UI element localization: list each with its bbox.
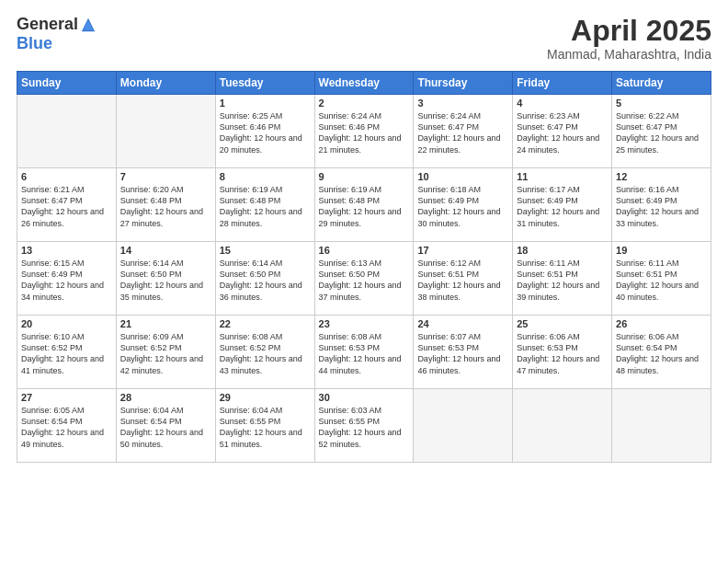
calendar-day-header: Tuesday [215,72,314,95]
day-number: 15 [220,245,311,256]
day-number: 25 [517,318,608,329]
day-info: Sunrise: 6:14 AM Sunset: 6:50 PM Dayligh… [120,258,211,303]
calendar-cell: 10Sunrise: 6:18 AM Sunset: 6:49 PM Dayli… [414,168,513,242]
day-info: Sunrise: 6:24 AM Sunset: 6:47 PM Dayligh… [417,110,508,155]
calendar-cell: 17Sunrise: 6:12 AM Sunset: 6:51 PM Dayli… [414,242,513,316]
day-number: 1 [220,98,311,109]
day-number: 20 [21,318,112,329]
day-info: Sunrise: 6:08 AM Sunset: 6:53 PM Dayligh… [319,331,410,376]
calendar-cell: 18Sunrise: 6:11 AM Sunset: 6:51 PM Dayli… [513,242,612,316]
calendar-cell: 28Sunrise: 6:04 AM Sunset: 6:54 PM Dayli… [116,389,215,463]
calendar-cell: 12Sunrise: 6:16 AM Sunset: 6:49 PM Dayli… [612,168,711,242]
calendar-cell [414,389,513,463]
calendar-week-row: 27Sunrise: 6:05 AM Sunset: 6:54 PM Dayli… [17,389,711,463]
day-number: 8 [220,171,311,182]
day-info: Sunrise: 6:07 AM Sunset: 6:53 PM Dayligh… [417,331,508,376]
day-number: 21 [120,318,211,329]
day-number: 26 [616,318,707,329]
day-info: Sunrise: 6:21 AM Sunset: 6:47 PM Dayligh… [21,184,112,229]
calendar-cell: 19Sunrise: 6:11 AM Sunset: 6:51 PM Dayli… [612,242,711,316]
month-year-title: April 2025 [547,15,711,47]
calendar-header-row: SundayMondayTuesdayWednesdayThursdayFrid… [17,72,711,95]
day-info: Sunrise: 6:17 AM Sunset: 6:49 PM Dayligh… [517,184,608,229]
day-number: 24 [417,318,508,329]
calendar-day-header: Monday [116,72,215,95]
calendar-cell: 20Sunrise: 6:10 AM Sunset: 6:52 PM Dayli… [17,316,117,389]
calendar-cell: 22Sunrise: 6:08 AM Sunset: 6:52 PM Dayli… [215,316,314,389]
day-info: Sunrise: 6:12 AM Sunset: 6:51 PM Dayligh… [417,258,508,303]
day-info: Sunrise: 6:14 AM Sunset: 6:50 PM Dayligh… [220,258,311,303]
day-number: 19 [616,245,707,256]
title-block: April 2025 Manmad, Maharashtra, India [547,15,711,62]
day-info: Sunrise: 6:22 AM Sunset: 6:47 PM Dayligh… [616,110,707,155]
day-number: 9 [319,171,410,182]
calendar-day-header: Thursday [414,72,513,95]
day-number: 11 [517,171,608,182]
day-number: 17 [417,245,508,256]
calendar-cell: 8Sunrise: 6:19 AM Sunset: 6:48 PM Daylig… [215,168,314,242]
logo-blue-text: Blue [17,34,52,53]
day-info: Sunrise: 6:13 AM Sunset: 6:50 PM Dayligh… [319,258,410,303]
calendar-cell: 14Sunrise: 6:14 AM Sunset: 6:50 PM Dayli… [116,242,215,316]
day-number: 27 [21,392,112,403]
day-info: Sunrise: 6:19 AM Sunset: 6:48 PM Dayligh… [319,184,410,229]
header: General Blue April 2025 Manmad, Maharash… [17,15,711,62]
day-number: 5 [616,98,707,109]
calendar-cell [17,95,117,168]
calendar-cell: 3Sunrise: 6:24 AM Sunset: 6:47 PM Daylig… [414,95,513,168]
calendar-cell: 11Sunrise: 6:17 AM Sunset: 6:49 PM Dayli… [513,168,612,242]
day-number: 14 [120,245,211,256]
calendar-cell: 9Sunrise: 6:19 AM Sunset: 6:48 PM Daylig… [314,168,414,242]
calendar-day-header: Saturday [612,72,711,95]
day-info: Sunrise: 6:06 AM Sunset: 6:53 PM Dayligh… [517,331,608,376]
calendar-week-row: 1Sunrise: 6:25 AM Sunset: 6:46 PM Daylig… [17,95,711,168]
calendar-cell: 25Sunrise: 6:06 AM Sunset: 6:53 PM Dayli… [513,316,612,389]
calendar-day-header: Friday [513,72,612,95]
day-number: 4 [517,98,608,109]
calendar-cell: 15Sunrise: 6:14 AM Sunset: 6:50 PM Dayli… [215,242,314,316]
day-info: Sunrise: 6:18 AM Sunset: 6:49 PM Dayligh… [417,184,508,229]
calendar-cell [116,95,215,168]
day-number: 22 [220,318,311,329]
calendar-week-row: 6Sunrise: 6:21 AM Sunset: 6:47 PM Daylig… [17,168,711,242]
day-info: Sunrise: 6:11 AM Sunset: 6:51 PM Dayligh… [616,258,707,303]
calendar-cell: 21Sunrise: 6:09 AM Sunset: 6:52 PM Dayli… [116,316,215,389]
day-info: Sunrise: 6:15 AM Sunset: 6:49 PM Dayligh… [21,258,112,303]
day-info: Sunrise: 6:04 AM Sunset: 6:54 PM Dayligh… [120,405,211,450]
day-info: Sunrise: 6:05 AM Sunset: 6:54 PM Dayligh… [21,405,112,450]
day-number: 23 [319,318,410,329]
calendar-cell: 7Sunrise: 6:20 AM Sunset: 6:48 PM Daylig… [116,168,215,242]
calendar-cell: 24Sunrise: 6:07 AM Sunset: 6:53 PM Dayli… [414,316,513,389]
day-info: Sunrise: 6:16 AM Sunset: 6:49 PM Dayligh… [616,184,707,229]
calendar-cell: 2Sunrise: 6:24 AM Sunset: 6:46 PM Daylig… [314,95,414,168]
calendar-cell: 1Sunrise: 6:25 AM Sunset: 6:46 PM Daylig… [215,95,314,168]
day-number: 6 [21,171,112,182]
day-info: Sunrise: 6:04 AM Sunset: 6:55 PM Dayligh… [220,405,311,450]
logo: General Blue [17,15,97,53]
day-info: Sunrise: 6:23 AM Sunset: 6:47 PM Dayligh… [517,110,608,155]
location-text: Manmad, Maharashtra, India [547,47,711,62]
calendar-day-header: Sunday [17,72,117,95]
day-info: Sunrise: 6:19 AM Sunset: 6:48 PM Dayligh… [220,184,311,229]
calendar-cell: 16Sunrise: 6:13 AM Sunset: 6:50 PM Dayli… [314,242,414,316]
day-info: Sunrise: 6:20 AM Sunset: 6:48 PM Dayligh… [120,184,211,229]
calendar-week-row: 13Sunrise: 6:15 AM Sunset: 6:49 PM Dayli… [17,242,711,316]
day-number: 29 [220,392,311,403]
day-number: 2 [319,98,410,109]
day-number: 13 [21,245,112,256]
day-info: Sunrise: 6:11 AM Sunset: 6:51 PM Dayligh… [517,258,608,303]
day-number: 28 [120,392,211,403]
calendar-day-header: Wednesday [314,72,414,95]
logo-general-text: General [17,15,78,34]
calendar-cell: 23Sunrise: 6:08 AM Sunset: 6:53 PM Dayli… [314,316,414,389]
day-info: Sunrise: 6:24 AM Sunset: 6:46 PM Dayligh… [319,110,410,155]
calendar-cell: 30Sunrise: 6:03 AM Sunset: 6:55 PM Dayli… [314,389,414,463]
calendar-week-row: 20Sunrise: 6:10 AM Sunset: 6:52 PM Dayli… [17,316,711,389]
calendar-cell: 27Sunrise: 6:05 AM Sunset: 6:54 PM Dayli… [17,389,117,463]
day-info: Sunrise: 6:06 AM Sunset: 6:54 PM Dayligh… [616,331,707,376]
day-number: 16 [319,245,410,256]
day-number: 10 [417,171,508,182]
calendar-cell: 4Sunrise: 6:23 AM Sunset: 6:47 PM Daylig… [513,95,612,168]
day-number: 3 [417,98,508,109]
day-number: 12 [616,171,707,182]
